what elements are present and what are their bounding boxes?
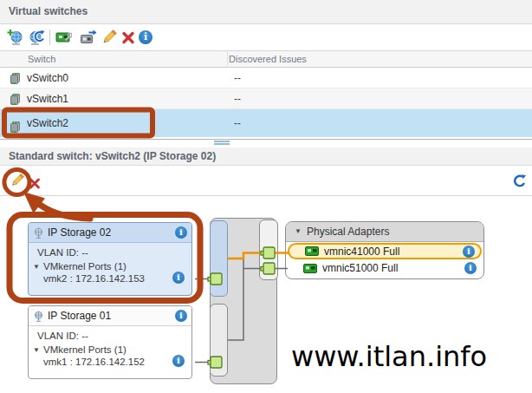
add-networking-icon[interactable] xyxy=(7,29,24,46)
nic-card-icon xyxy=(303,264,317,273)
adapter-name: vmnic4 xyxy=(324,246,357,258)
discovered-issues-value: -- xyxy=(234,88,241,109)
detail-panel-title: Standard switch: vSwitch2 (IP Storage 02… xyxy=(0,147,532,166)
vmk-info-icon[interactable]: i xyxy=(172,272,185,284)
remove-icon[interactable] xyxy=(28,176,42,190)
vlan-label: VLAN ID: -- xyxy=(37,331,88,341)
adapter-duplex: Full xyxy=(383,246,399,258)
portgroup-globe-icon xyxy=(33,226,44,246)
splitter-grip xyxy=(214,141,230,142)
adapter-speed: 1000 xyxy=(357,246,383,258)
switch-name: vSwitch1 xyxy=(27,88,68,109)
remove-switch-icon[interactable] xyxy=(120,29,137,46)
table-row-vswitch0[interactable]: vSwitch0 -- xyxy=(0,68,532,88)
portgroup-box-ip-storage-01[interactable]: IP Storage 01 i VLAN ID: -- ▼ VMkernel P… xyxy=(28,305,192,379)
annotation-arrow-tail xyxy=(40,205,90,219)
portgroup-info-icon[interactable]: i xyxy=(175,310,187,322)
edit-settings-icon[interactable] xyxy=(10,173,25,188)
discovered-issues-value: -- xyxy=(234,109,241,137)
switch-name: vSwitch0 xyxy=(27,68,68,88)
refresh-icon[interactable] xyxy=(512,174,527,189)
adapter-info-icon[interactable]: i xyxy=(464,262,477,274)
portgroup-globe-icon xyxy=(33,310,44,329)
portgroup-port-container-selected xyxy=(210,220,228,297)
vmkernel-ports-label: VMkernel Ports (1) xyxy=(43,344,127,355)
adapter-name: vmnic5 xyxy=(322,262,355,274)
watermark-text: www.itlan.info xyxy=(291,340,487,373)
adapter-info-icon[interactable]: i xyxy=(463,246,475,258)
edit-switch-icon[interactable] xyxy=(101,29,118,46)
physical-adapters-header: ▼ Physical Adapters xyxy=(286,222,483,242)
portgroup-header: IP Storage 01 i xyxy=(29,306,191,326)
vmkernel-ports-label: VMkernel Ports (1) xyxy=(43,261,127,272)
column-switch: Switch xyxy=(28,54,55,64)
manage-physical-adapters-icon[interactable] xyxy=(55,29,72,46)
vmk-adapter-label: vmk1 : 172.16.142.152 xyxy=(43,357,145,367)
refresh-network-icon[interactable] xyxy=(28,29,45,46)
toolbar-separator xyxy=(49,29,50,45)
adapter-row-vmnic4-selected[interactable]: vmnic4 1000 Full i xyxy=(288,243,482,259)
column-discovered-issues: Discovered Issues xyxy=(229,54,307,64)
expander-icon[interactable]: ▼ xyxy=(33,263,40,271)
panel-title: Virtual switches xyxy=(0,0,532,24)
toolbar-divider xyxy=(0,195,532,196)
portgroup-box-ip-storage-02[interactable]: IP Storage 02 i VLAN ID: -- ▼ VMkernel P… xyxy=(28,222,192,296)
adapter-row-vmnic5[interactable]: vmnic5 1000 Full i xyxy=(288,260,482,276)
switch-info-icon[interactable]: i xyxy=(139,29,156,46)
expander-icon[interactable]: ▼ xyxy=(33,346,40,354)
expander-icon[interactable]: ▼ xyxy=(295,222,302,241)
physical-adapters-title: Physical Adapters xyxy=(307,226,389,238)
table-row-vswitch1[interactable]: vSwitch1 -- xyxy=(0,88,532,109)
portgroup-port-container xyxy=(210,304,228,377)
adapter-speed: 1000 xyxy=(355,262,381,274)
migrate-networking-icon[interactable] xyxy=(80,29,97,46)
discovered-issues-value: -- xyxy=(234,68,241,88)
table-row-vswitch2-selected[interactable]: vSwitch2 -- xyxy=(0,109,532,137)
vmk-info-icon[interactable]: i xyxy=(172,355,185,367)
vmk-adapter-label: vmk2 : 172.16.142.153 xyxy=(43,273,145,284)
portgroup-header: IP Storage 02 i xyxy=(29,223,191,243)
portgroup-info-icon[interactable]: i xyxy=(175,226,187,239)
switch-name: vSwitch2 xyxy=(27,109,68,137)
switches-toolbar: i xyxy=(0,25,532,50)
splitter-grip xyxy=(214,143,230,145)
portgroup-name: IP Storage 02 xyxy=(48,226,111,239)
vlan-label: VLAN ID: -- xyxy=(37,247,88,258)
uplink-port-container xyxy=(259,219,278,280)
adapter-duplex: Full xyxy=(381,262,398,274)
nic-card-icon xyxy=(305,246,319,256)
portgroup-name: IP Storage 01 xyxy=(48,310,111,322)
splitter-handle[interactable] xyxy=(0,137,532,147)
switch-table-header: Switch Discovered Issues xyxy=(0,50,532,68)
